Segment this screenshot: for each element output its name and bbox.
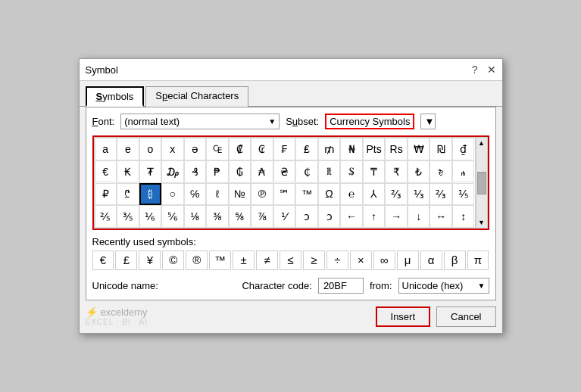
symbol-cell[interactable]: ↄ bbox=[295, 205, 318, 228]
symbol-cell[interactable]: ₾ bbox=[117, 183, 139, 206]
symbol-cell[interactable]: ₻ bbox=[430, 160, 452, 183]
watermark: ⚡ exceldemy EXCEL · BI · AI bbox=[86, 306, 148, 326]
symbol-cell[interactable]: ⅙ bbox=[139, 205, 162, 228]
symbol-cell[interactable]: ← bbox=[340, 205, 363, 228]
symbol-cell[interactable]: ○ bbox=[161, 183, 184, 206]
symbol-cell[interactable]: ↓ bbox=[408, 205, 430, 228]
symbol-cell[interactable]: ₵ bbox=[295, 160, 318, 183]
symbol-cell[interactable]: ₩ bbox=[408, 138, 430, 160]
scroll-up-arrow[interactable]: ▲ bbox=[478, 139, 485, 147]
symbol-cell[interactable]: ₲ bbox=[229, 160, 251, 183]
symbol-cell[interactable]: ₠ bbox=[206, 138, 229, 160]
symbol-cell[interactable]: ⅚ bbox=[161, 205, 184, 228]
symbol-cell[interactable]: ℗ bbox=[251, 183, 273, 206]
symbol-cell[interactable]: ⅔ bbox=[430, 183, 452, 206]
char-code-input[interactable]: 20BF bbox=[318, 278, 364, 294]
symbol-cell[interactable]: ₤ bbox=[295, 138, 318, 160]
symbol-cell[interactable]: ⅄ bbox=[363, 183, 386, 206]
symbol-cell[interactable]: ⅕ bbox=[452, 183, 475, 206]
recent-symbol[interactable]: α bbox=[420, 250, 442, 270]
symbol-cell[interactable]: ₭ bbox=[117, 160, 139, 183]
recent-symbol[interactable]: ≠ bbox=[256, 250, 278, 270]
symbol-cell[interactable]: ℮ bbox=[340, 183, 363, 206]
symbol-cell[interactable]: № bbox=[229, 183, 251, 206]
from-dropdown[interactable]: Unicode (hex) ▼ bbox=[398, 278, 489, 294]
recent-symbol[interactable]: ÷ bbox=[326, 250, 348, 270]
symbol-cell[interactable]: Ω bbox=[318, 183, 341, 206]
symbol-cell[interactable]: ™ bbox=[295, 183, 318, 206]
symbol-cell[interactable]: ə bbox=[184, 138, 207, 160]
symbol-cell[interactable]: ₽ bbox=[95, 183, 117, 206]
symbol-cell[interactable]: ℠ bbox=[273, 183, 296, 206]
recent-symbol[interactable]: ® bbox=[186, 250, 208, 270]
symbol-cell[interactable]: ₫ bbox=[452, 138, 475, 160]
symbol-cell[interactable]: ⅖ bbox=[95, 205, 117, 228]
symbol-cell[interactable]: ₡ bbox=[229, 138, 251, 160]
symbol-cell[interactable]: ℓ bbox=[206, 183, 229, 206]
symbol-cell[interactable]: x bbox=[161, 138, 184, 160]
symbol-cell[interactable]: ₳ bbox=[251, 160, 273, 183]
scroll-down-arrow[interactable]: ▼ bbox=[478, 219, 485, 226]
symbol-cell[interactable]: ↑ bbox=[363, 205, 386, 228]
symbol-cell[interactable]: ⅛ bbox=[184, 205, 207, 228]
recent-symbol[interactable]: β bbox=[444, 250, 466, 270]
symbol-cell[interactable]: ₯ bbox=[161, 160, 184, 183]
symbol-cell[interactable]: € bbox=[95, 160, 117, 183]
scroll-thumb[interactable] bbox=[477, 172, 486, 194]
tab-symbols[interactable]: Symbols bbox=[86, 86, 145, 107]
symbol-cell[interactable]: ₿ bbox=[139, 183, 162, 206]
symbol-cell[interactable]: ⅓ bbox=[408, 183, 430, 206]
symbol-cell[interactable]: ↔ bbox=[430, 205, 452, 228]
symbol-cell[interactable]: ⅔ bbox=[385, 183, 408, 206]
recent-symbol[interactable]: μ bbox=[397, 250, 419, 270]
symbol-cell[interactable]: ↕ bbox=[452, 205, 475, 228]
scrollbar[interactable]: ▲ ▼ bbox=[476, 137, 488, 228]
subset-dropdown[interactable]: ▼ bbox=[420, 114, 436, 129]
symbol-cell[interactable]: ₥ bbox=[318, 138, 341, 160]
symbol-cell[interactable]: ₣ bbox=[273, 138, 296, 160]
symbol-cell[interactable]: ₷ bbox=[340, 160, 363, 183]
recent-symbol[interactable]: × bbox=[350, 250, 372, 270]
symbol-cell[interactable]: ₴ bbox=[273, 160, 296, 183]
symbol-cell[interactable]: ⅗ bbox=[117, 205, 139, 228]
symbol-cell[interactable]: o bbox=[139, 138, 162, 160]
insert-button[interactable]: Insert bbox=[376, 306, 431, 327]
symbol-cell[interactable]: ₰ bbox=[184, 160, 207, 183]
symbol-cell[interactable]: ₸ bbox=[363, 160, 386, 183]
recent-symbol[interactable]: £ bbox=[115, 250, 137, 270]
recent-symbol[interactable]: € bbox=[92, 250, 114, 270]
recent-symbol[interactable]: ≤ bbox=[280, 250, 301, 270]
symbol-cell[interactable]: ⅜ bbox=[206, 205, 229, 228]
symbol-cell[interactable]: ⅟ bbox=[273, 205, 296, 228]
close-button[interactable]: ✕ bbox=[487, 64, 496, 76]
cancel-button[interactable]: Cancel bbox=[436, 306, 495, 327]
symbol-cell[interactable]: ↄ bbox=[318, 205, 341, 228]
symbol-cell[interactable]: a bbox=[95, 138, 117, 160]
symbol-cell[interactable]: Rs bbox=[385, 138, 408, 160]
recent-symbol[interactable]: ± bbox=[233, 250, 255, 270]
symbol-cell[interactable]: ₱ bbox=[206, 160, 229, 183]
symbol-cell[interactable]: ₮ bbox=[139, 160, 162, 183]
symbol-cell[interactable]: ₺ bbox=[408, 160, 430, 183]
symbol-cell[interactable]: ₪ bbox=[430, 138, 452, 160]
symbol-cell[interactable]: e bbox=[117, 138, 139, 160]
symbol-cell[interactable]: ℅ bbox=[184, 183, 207, 206]
recent-symbol[interactable]: © bbox=[162, 250, 184, 270]
symbol-cell[interactable]: ₼ bbox=[452, 160, 475, 183]
symbol-cell[interactable]: ⅞ bbox=[251, 205, 273, 228]
symbol-cell[interactable]: Pts bbox=[363, 138, 386, 160]
tab-special-characters[interactable]: Special Characters bbox=[145, 86, 248, 107]
symbol-cell[interactable]: ₦ bbox=[340, 138, 363, 160]
recent-symbol[interactable]: ¥ bbox=[139, 250, 161, 270]
symbol-cell[interactable]: ₢ bbox=[251, 138, 273, 160]
font-dropdown[interactable]: (normal text) ▼ bbox=[120, 114, 280, 129]
recent-symbol[interactable]: ™ bbox=[209, 250, 231, 270]
recent-symbol[interactable]: ≥ bbox=[303, 250, 325, 270]
help-button[interactable]: ? bbox=[472, 64, 478, 76]
recent-symbol[interactable]: π bbox=[467, 250, 489, 270]
recent-symbol[interactable]: ∞ bbox=[373, 250, 395, 270]
symbol-cell[interactable]: → bbox=[385, 205, 408, 228]
symbol-cell[interactable]: ₶ bbox=[318, 160, 341, 183]
symbol-cell[interactable]: ⅝ bbox=[229, 205, 251, 228]
symbol-cell[interactable]: ₹ bbox=[385, 160, 408, 183]
